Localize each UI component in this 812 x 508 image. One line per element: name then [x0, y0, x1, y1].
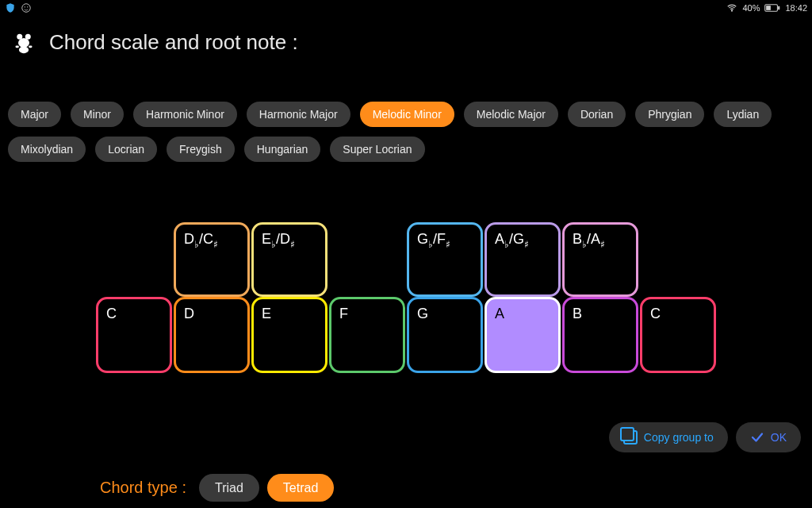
white-key-g[interactable]: G: [407, 297, 483, 373]
keyboard-black-row: D♭/C♯E♭/D♯G♭/F♯A♭/G♯B♭/A♯: [95, 222, 717, 297]
chord-type-label: Chord type :: [100, 479, 186, 497]
scale-chip-harmonic-minor[interactable]: Harmonic Minor: [133, 102, 237, 127]
scale-chip-super-locrian[interactable]: Super Locrian: [330, 137, 424, 162]
scale-chip-dorian[interactable]: Dorian: [568, 102, 626, 127]
svg-point-0: [22, 4, 31, 13]
black-key-dc[interactable]: D♭/C♯: [174, 222, 250, 297]
black-key-ag[interactable]: A♭/G♯: [485, 222, 561, 297]
clock-text: 18:42: [785, 3, 807, 13]
keyboard-white-row: CDEFGABC: [95, 297, 717, 373]
check-icon: [750, 430, 764, 444]
scale-chip-harmonic-major[interactable]: Harmonic Major: [247, 102, 350, 127]
page-title: Chord scale and root note :: [49, 30, 298, 55]
chord-type-tetrad[interactable]: Tetrad: [267, 474, 334, 502]
copy-icon: [623, 430, 638, 444]
black-key-gf[interactable]: G♭/F♯: [407, 222, 483, 297]
battery-text: 40%: [742, 3, 760, 13]
status-bar: 40% 18:42: [0, 0, 812, 16]
ok-label: OK: [771, 431, 787, 444]
header: Chord scale and root note :: [13, 30, 298, 55]
copy-group-button[interactable]: Copy group to: [609, 422, 728, 452]
ok-button[interactable]: OK: [736, 422, 801, 452]
white-key-b[interactable]: B: [562, 297, 638, 373]
black-spacer: [640, 222, 716, 297]
black-key-ed[interactable]: E♭/D♯: [251, 222, 327, 297]
white-key-f[interactable]: F: [329, 297, 405, 373]
battery-icon: [764, 2, 780, 13]
chord-type-triad[interactable]: Triad: [199, 474, 259, 502]
teddy-icon: [13, 32, 35, 54]
status-right: 40% 18:42: [726, 2, 807, 13]
black-spacer: [329, 222, 405, 297]
black-spacer: [96, 222, 172, 297]
scale-list: MajorMinorHarmonic MinorHarmonic MajorMe…: [8, 102, 804, 162]
svg-point-2: [27, 6, 28, 7]
white-key-c[interactable]: C: [96, 297, 172, 373]
scale-chip-hungarian[interactable]: Hungarian: [244, 137, 321, 162]
svg-point-1: [25, 6, 25, 7]
svg-rect-12: [29, 45, 32, 48]
svg-rect-11: [16, 45, 19, 48]
bottom-bar: Chord type : TriadTetrad: [0, 479, 812, 497]
note-keyboard: D♭/C♯E♭/D♯G♭/F♯A♭/G♯B♭/A♯ CDEFGABC: [0, 222, 812, 373]
white-key-a[interactable]: A: [485, 297, 561, 373]
scale-chip-freygish[interactable]: Freygish: [167, 137, 235, 162]
scale-chip-minor[interactable]: Minor: [71, 102, 124, 127]
white-key-d[interactable]: D: [174, 297, 250, 373]
white-key-c[interactable]: C: [640, 297, 716, 373]
face-icon: [21, 2, 32, 13]
svg-point-9: [18, 37, 29, 47]
black-key-ba[interactable]: B♭/A♯: [562, 222, 638, 297]
svg-point-10: [19, 46, 29, 53]
copy-label: Copy group to: [644, 431, 714, 444]
scale-chip-melodic-minor[interactable]: Melodic Minor: [360, 102, 454, 127]
shield-icon: [5, 2, 16, 13]
status-left: [5, 2, 32, 13]
svg-point-3: [732, 10, 733, 11]
action-bar: Copy group to OK: [609, 422, 801, 452]
chord-type-section: Chord type : TriadTetrad: [100, 479, 342, 497]
svg-rect-5: [779, 6, 780, 10]
svg-rect-6: [767, 6, 772, 10]
white-key-e[interactable]: E: [251, 297, 327, 373]
scale-chip-phrygian[interactable]: Phrygian: [635, 102, 704, 127]
scale-chip-melodic-major[interactable]: Melodic Major: [464, 102, 558, 127]
scale-chip-lydian[interactable]: Lydian: [714, 102, 772, 127]
scale-chip-major[interactable]: Major: [8, 102, 61, 127]
scale-chip-locrian[interactable]: Locrian: [95, 137, 157, 162]
scale-chip-mixolydian[interactable]: Mixolydian: [8, 137, 86, 162]
wifi-icon: [726, 2, 737, 13]
